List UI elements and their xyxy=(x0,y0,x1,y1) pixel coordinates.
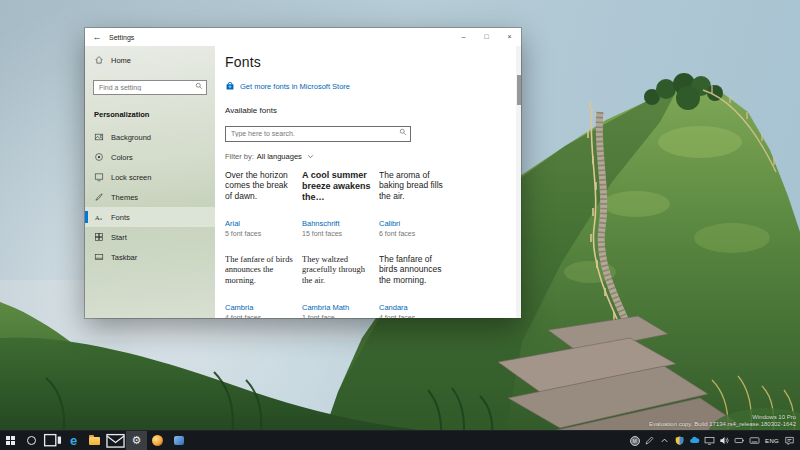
font-faces-count: 4 font faces xyxy=(225,314,297,319)
close-button[interactable]: × xyxy=(498,28,521,46)
scrollbar-thumb[interactable] xyxy=(517,75,521,105)
pen-icon xyxy=(644,435,655,446)
onedrive-cloud-icon xyxy=(689,435,700,446)
sidebar-item-colors[interactable]: Colors xyxy=(85,147,215,167)
battery-tray-button[interactable] xyxy=(732,431,747,450)
sidebar-item-fonts[interactable]: A a Fonts xyxy=(85,207,215,227)
font-name-link[interactable]: Calibri xyxy=(379,219,451,228)
home-icon xyxy=(94,55,104,65)
find-a-setting-search[interactable] xyxy=(93,76,207,95)
touch-keyboard-icon xyxy=(749,435,760,446)
volume-icon xyxy=(719,435,730,446)
font-card-bahnschrift[interactable]: A cool summer breeze awakens the… Bahnsc… xyxy=(302,170,374,237)
settings-window: ← Settings – □ × Home Per xyxy=(85,28,521,318)
font-name-link[interactable]: Bahnschrift xyxy=(302,219,374,228)
onedrive-tray-button[interactable] xyxy=(687,431,702,450)
cortana-button[interactable] xyxy=(21,431,42,450)
colorful-app-button[interactable] xyxy=(147,431,168,450)
minimize-button[interactable]: – xyxy=(452,28,475,46)
taskbar: e ⚙ M xyxy=(0,430,800,450)
font-name-link[interactable]: Candara xyxy=(379,303,451,312)
mail-button[interactable] xyxy=(105,431,126,450)
font-sample: They waltzed gracefully through the air. xyxy=(302,254,374,300)
font-search-box[interactable] xyxy=(225,122,411,142)
action-center-button[interactable] xyxy=(782,431,797,450)
sidebar-item-label: Lock screen xyxy=(111,173,151,182)
sidebar: Home Personalization Background Co xyxy=(85,46,215,318)
sidebar-item-label: Taskbar xyxy=(111,253,137,262)
blue-app-button[interactable] xyxy=(168,431,189,450)
font-card-arial[interactable]: Over the horizon comes the break of dawn… xyxy=(225,170,297,237)
filter-label: Filter by: xyxy=(225,152,254,161)
search-icon xyxy=(399,128,407,136)
font-name-link[interactable]: Cambria Math xyxy=(302,303,374,312)
font-sample: The fanfare of birds announces the morni… xyxy=(379,254,451,300)
sidebar-item-lock-screen[interactable]: Lock screen xyxy=(85,167,215,187)
filter-value: All languages xyxy=(257,152,302,161)
windows-watermark: Windows 10 Pro Evaluation copy. Build 17… xyxy=(649,414,796,428)
font-search-input[interactable] xyxy=(225,126,411,142)
filter-by-dropdown[interactable]: Filter by: All languages xyxy=(225,152,509,161)
font-faces-count: 4 font faces xyxy=(379,314,451,319)
lock-screen-icon xyxy=(94,172,104,182)
sidebar-item-label: Colors xyxy=(111,153,133,162)
taskbar-apps: e ⚙ xyxy=(0,431,189,450)
battery-icon xyxy=(734,435,745,446)
font-card-cambria-math[interactable]: They waltzed gracefully through the air.… xyxy=(302,254,374,319)
scrollbar[interactable] xyxy=(516,46,521,318)
defender-tray-button[interactable] xyxy=(672,431,687,450)
font-faces-count: 5 font faces xyxy=(225,230,297,237)
volume-tray-button[interactable] xyxy=(717,431,732,450)
caption-buttons: – □ × xyxy=(452,28,521,46)
search-input[interactable] xyxy=(93,80,207,95)
file-explorer-button[interactable] xyxy=(84,431,105,450)
sidebar-item-home[interactable]: Home xyxy=(85,50,215,70)
sidebar-item-taskbar[interactable]: Taskbar xyxy=(85,247,215,267)
start-menu-icon xyxy=(94,232,104,242)
sidebar-item-label: Home xyxy=(111,56,131,65)
svg-text:a: a xyxy=(100,216,102,221)
font-name-link[interactable]: Arial xyxy=(225,219,297,228)
font-faces-count: 15 font faces xyxy=(302,230,374,237)
task-view-icon xyxy=(42,430,63,450)
cortana-icon xyxy=(27,436,36,445)
sidebar-item-background[interactable]: Background xyxy=(85,127,215,147)
watermark-build: Evaluation copy. Build 17134.rs4_release… xyxy=(649,421,796,428)
font-card-candara[interactable]: The fanfare of birds announces the morni… xyxy=(379,254,451,319)
show-hidden-icons-button[interactable] xyxy=(657,431,672,450)
edge-icon: e xyxy=(70,434,77,447)
maximize-button[interactable]: □ xyxy=(475,28,498,46)
gear-icon: ⚙ xyxy=(132,435,142,446)
desktop: Windows 10 Pro Evaluation copy. Build 17… xyxy=(0,0,800,450)
start-button[interactable] xyxy=(0,431,21,450)
sidebar-item-themes[interactable]: Themes xyxy=(85,187,215,207)
titlebar[interactable]: ← Settings – □ × xyxy=(85,28,521,46)
get-more-fonts-link[interactable]: Get more fonts in Microsoft Store xyxy=(225,81,509,91)
sidebar-item-start[interactable]: Start xyxy=(85,227,215,247)
user-avatar-button[interactable]: M xyxy=(627,431,642,450)
edge-button[interactable]: e xyxy=(63,431,84,450)
font-card-calibri[interactable]: The aroma of baking bread fills the air.… xyxy=(379,170,451,237)
font-card-cambria[interactable]: The fanfare of birds announces the morni… xyxy=(225,254,297,319)
touch-keyboard-button[interactable] xyxy=(747,431,762,450)
language-indicator[interactable]: ENG xyxy=(762,431,782,450)
font-faces-count: 6 font faces xyxy=(379,230,451,237)
store-bag-icon xyxy=(225,81,235,91)
sidebar-item-label: Start xyxy=(111,233,127,242)
windows-logo-icon xyxy=(6,436,15,445)
task-view-button[interactable] xyxy=(42,431,63,450)
font-name-link[interactable]: Cambria xyxy=(225,303,297,312)
blue-app-icon xyxy=(174,436,184,445)
pen-tray-button[interactable] xyxy=(642,431,657,450)
action-center-icon xyxy=(784,435,795,446)
back-button[interactable]: ← xyxy=(85,32,109,42)
font-faces-count: 1 font face xyxy=(302,314,374,319)
settings-taskbar-button[interactable]: ⚙ xyxy=(126,431,147,450)
font-sample: The fanfare of birds announces the morni… xyxy=(225,254,297,300)
sidebar-section-title: Personalization xyxy=(85,101,215,127)
font-sample: The aroma of baking bread fills the air. xyxy=(379,170,451,216)
themes-icon xyxy=(94,192,104,202)
font-sample: A cool summer breeze awakens the… xyxy=(302,170,374,216)
window-title: Settings xyxy=(109,34,134,41)
display-tray-button[interactable] xyxy=(702,431,717,450)
